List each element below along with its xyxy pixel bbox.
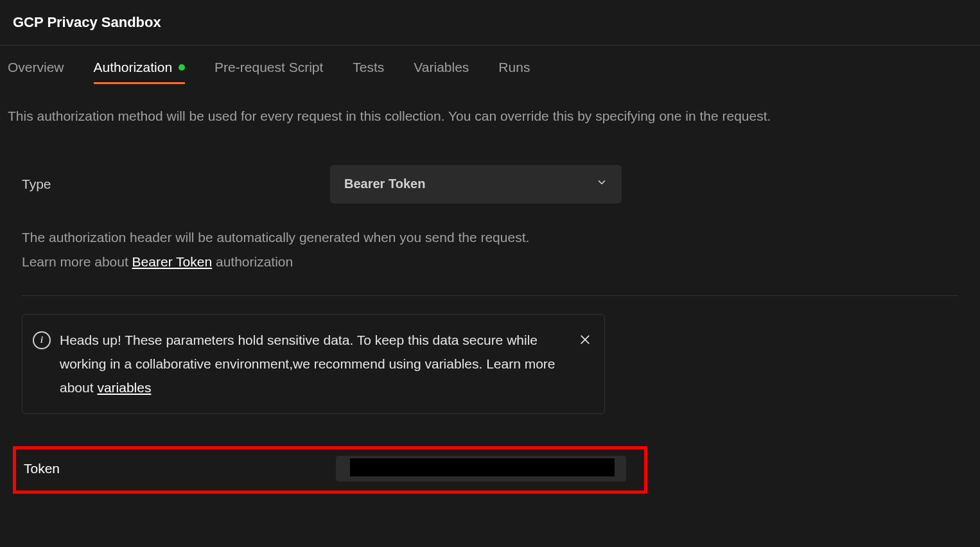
token-row-highlighted: Token bbox=[13, 446, 647, 494]
section-divider bbox=[22, 295, 958, 296]
auth-type-label: Type bbox=[22, 177, 304, 192]
auth-helper-text: The authorization header will be automat… bbox=[22, 204, 958, 275]
tab-overview[interactable]: Overview bbox=[8, 60, 64, 83]
variables-link[interactable]: variables bbox=[97, 380, 151, 395]
collection-title: GCP Privacy Sandbox bbox=[13, 14, 967, 31]
tab-label: Authorization bbox=[94, 60, 173, 75]
tab-tests[interactable]: Tests bbox=[353, 60, 384, 83]
authorization-description: This authorization method will be used f… bbox=[0, 88, 980, 126]
tab-pre-request-script[interactable]: Pre-request Script bbox=[214, 60, 323, 83]
token-input[interactable] bbox=[336, 456, 626, 482]
tab-label: Runs bbox=[498, 60, 530, 75]
tab-label: Variables bbox=[414, 60, 469, 75]
modified-dot-icon bbox=[179, 64, 185, 71]
tab-label: Overview bbox=[8, 60, 64, 75]
auth-type-value: Bearer Token bbox=[344, 177, 425, 191]
tab-bar: Overview Authorization Pre-request Scrip… bbox=[0, 46, 980, 88]
tab-runs[interactable]: Runs bbox=[498, 60, 530, 83]
tab-variables[interactable]: Variables bbox=[414, 60, 469, 83]
sensitive-data-notice: i Heads up! These parameters hold sensit… bbox=[22, 314, 605, 414]
redacted-token-value bbox=[350, 458, 615, 476]
token-label: Token bbox=[24, 461, 336, 476]
close-icon[interactable] bbox=[579, 330, 591, 354]
info-icon: i bbox=[33, 331, 51, 349]
bearer-token-link[interactable]: Bearer Token bbox=[132, 254, 213, 269]
tab-authorization[interactable]: Authorization bbox=[94, 60, 186, 83]
tab-label: Pre-request Script bbox=[214, 60, 323, 75]
chevron-down-icon bbox=[596, 177, 608, 191]
auth-type-select[interactable]: Bearer Token bbox=[330, 165, 622, 204]
tab-label: Tests bbox=[353, 60, 384, 75]
